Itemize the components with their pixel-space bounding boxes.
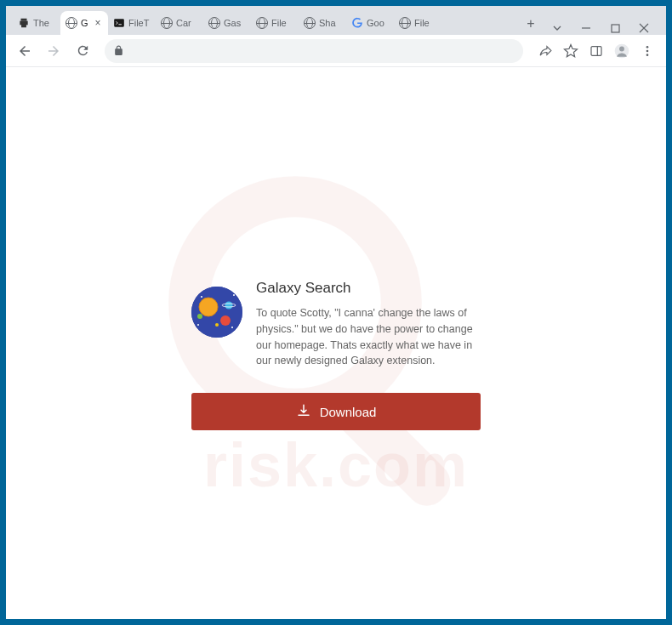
svg-rect-5 [612, 25, 619, 32]
toolbar-right [533, 39, 659, 63]
watermark-text: risk.com [203, 430, 469, 500]
tab-label: Goo [367, 18, 389, 28]
tab-favicon-globe [65, 17, 77, 29]
tab-label: FileT [128, 18, 151, 28]
maximize-button[interactable] [608, 21, 622, 35]
titlebar: TheG×FileTCarGasFileShaGooFile + [6, 6, 666, 35]
menu-icon[interactable] [635, 39, 659, 63]
tab-close-icon[interactable]: × [93, 18, 103, 28]
tab-3[interactable]: Car [156, 11, 203, 35]
tab-label: File [414, 18, 436, 28]
reload-button[interactable] [71, 39, 94, 63]
back-button[interactable] [13, 39, 37, 63]
page-content: risk.com [6, 67, 666, 619]
download-label: Download [320, 405, 377, 419]
tab-0[interactable]: The [13, 11, 60, 35]
close-button[interactable] [637, 21, 651, 35]
tab-favicon-globe [399, 17, 411, 29]
tab-4[interactable]: Gas [203, 11, 251, 35]
tab-2[interactable]: FileT [108, 11, 156, 35]
chevron-down-icon[interactable] [550, 21, 564, 35]
tab-strip: TheG×FileTCarGasFileShaGooFile [13, 6, 516, 35]
page-title: Galaxy Search [256, 280, 481, 297]
tab-favicon-google [351, 17, 363, 29]
svg-point-23 [215, 323, 219, 327]
page-description: To quote Scotty, "I canna' change the la… [256, 305, 481, 369]
svg-point-27 [197, 324, 199, 326]
bookmark-icon[interactable] [559, 39, 583, 63]
svg-point-9 [619, 46, 624, 51]
tab-favicon-printer [18, 17, 30, 29]
svg-point-21 [225, 302, 233, 310]
tab-label: The [33, 18, 55, 28]
profile-icon[interactable] [610, 39, 634, 63]
tab-favicon-globe [256, 17, 268, 29]
svg-point-24 [201, 296, 202, 298]
tab-label: Sha [319, 18, 341, 28]
tab-favicon-globe [161, 17, 173, 29]
svg-rect-0 [21, 19, 27, 21]
tab-1[interactable]: G× [60, 11, 108, 35]
svg-point-12 [646, 54, 649, 56]
tab-label: Gas [224, 18, 246, 28]
new-tab-button[interactable]: + [520, 13, 542, 35]
svg-point-11 [646, 49, 649, 52]
tab-7[interactable]: Goo [346, 11, 394, 35]
card-text: Galaxy Search To quote Scotty, "I canna'… [256, 280, 481, 369]
lock-icon [113, 45, 124, 56]
tab-label: G [81, 18, 89, 28]
minimize-button[interactable] [579, 21, 593, 35]
toolbar [6, 35, 666, 67]
svg-point-20 [220, 315, 231, 326]
tab-favicon-globe [208, 17, 220, 29]
galaxy-icon [191, 287, 242, 338]
svg-rect-3 [114, 19, 124, 26]
card-body: Galaxy Search To quote Scotty, "I canna'… [191, 280, 481, 369]
svg-rect-2 [21, 24, 26, 27]
svg-point-19 [197, 314, 202, 319]
share-icon[interactable] [533, 39, 557, 63]
forward-button[interactable] [42, 39, 65, 63]
tab-favicon-globe [304, 17, 316, 29]
promo-card: Galaxy Search To quote Scotty, "I canna'… [191, 280, 481, 430]
tab-5[interactable]: File [251, 11, 299, 35]
window-controls [542, 21, 659, 35]
download-button[interactable]: Download [191, 393, 481, 430]
side-panel-icon[interactable] [584, 39, 608, 63]
svg-point-26 [231, 327, 233, 328]
tab-8[interactable]: File [394, 11, 441, 35]
svg-point-25 [233, 294, 235, 296]
browser-window: TheG×FileTCarGasFileShaGooFile + [6, 6, 666, 619]
address-bar[interactable] [105, 39, 523, 63]
tab-6[interactable]: Sha [299, 11, 346, 35]
tab-favicon-terminal [113, 17, 125, 29]
svg-point-10 [646, 46, 649, 48]
tab-label: File [271, 18, 293, 28]
svg-rect-6 [591, 46, 601, 55]
tab-label: Car [176, 18, 198, 28]
svg-point-16 [191, 287, 242, 338]
download-icon [296, 403, 311, 421]
